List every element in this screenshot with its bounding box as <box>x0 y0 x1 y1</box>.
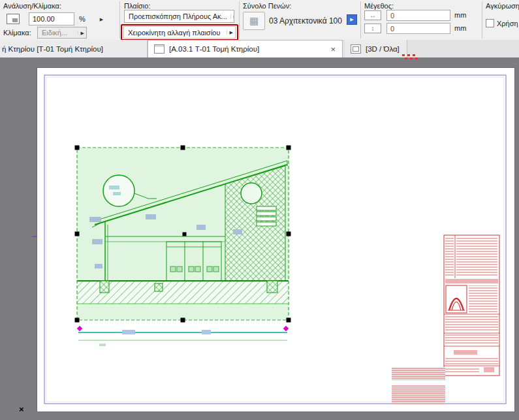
fit-scale-icon[interactable] <box>7 14 20 24</box>
chevron-right-icon: ▶ <box>230 14 234 19</box>
sheet-drawing-svg <box>37 68 514 412</box>
chevron-right-icon: ▶ <box>78 31 84 35</box>
margin-tick-icon <box>32 236 37 237</box>
manual-frame-dropdown[interactable]: Χειροκίνητη αλλαγή πλαισίου ▶ <box>123 26 236 39</box>
notes-text-block[interactable] <box>392 367 445 405</box>
width-input[interactable]: 0 <box>386 10 450 21</box>
tab-section-left[interactable]: ή Κτηρίου [Τ-01 Τομή Κτηρίου] <box>0 40 148 57</box>
cube-3d-icon <box>351 44 361 54</box>
size-label: Μέγεθος: <box>364 2 394 10</box>
height-icon: ↕ <box>364 24 381 33</box>
anchor-use-label: Χρήση <box>497 20 518 27</box>
chevron-right-icon: ▶ <box>227 30 233 35</box>
toolbar-separator <box>119 1 120 39</box>
width-unit-label: mm <box>454 11 466 19</box>
frame-preview-dropdown[interactable]: Προεπισκόπηση Πλήρους Ακ... ▶ <box>124 10 234 23</box>
fit-scale-icon-inner <box>12 18 18 22</box>
height-unit-label: mm <box>454 24 466 32</box>
pen-set-value: 03 Αρχιτεκτονικά 100 <box>269 16 342 25</box>
width-icon: ↔ <box>364 10 381 20</box>
pen-set-icon[interactable]: ▦ <box>243 12 265 30</box>
pen-set-flyout-button[interactable]: ▶ <box>347 14 357 25</box>
layout-canvas[interactable]: × <box>0 57 519 420</box>
tab-close-icon[interactable]: × <box>330 45 336 54</box>
section-marker-lines[interactable] <box>77 326 289 346</box>
layout-page-icon <box>154 44 165 54</box>
top-toolbar: Ανάλυση/Κλίμακα: 100.00 % ▶ Κλίμακα: Ειδ… <box>0 0 519 40</box>
height-input[interactable]: 0 <box>386 23 450 34</box>
scale-value-input[interactable]: 100.00 <box>29 12 74 25</box>
anchor-use-checkbox[interactable] <box>486 19 494 27</box>
frame-label: Πλαίσιο: <box>124 2 151 10</box>
selected-drawing[interactable] <box>75 146 291 323</box>
layout-sheet[interactable] <box>37 68 514 412</box>
toolbar-separator <box>239 1 240 39</box>
klimaka-label: Κλίμακα: <box>3 29 31 37</box>
tab-3d-all[interactable]: [3D / Όλα] <box>345 40 407 57</box>
percent-label: % <box>79 15 86 23</box>
toolbar-separator <box>360 1 361 39</box>
scale-flyout-button[interactable]: ▶ <box>97 13 106 25</box>
analysis-scale-label: Ανάλυση/Κλίμακα: <box>3 2 61 10</box>
tab-bar: ή Κτηρίου [Τ-01 Τομή Κτηρίου] [A.03.1 Τ-… <box>0 40 519 57</box>
tab-active-layout[interactable]: [A.03.1 Τ-01 Τομή Κτηρίου] × <box>148 40 343 57</box>
anchor-label: Αγκύρωση: <box>486 2 519 10</box>
title-block[interactable] <box>444 235 499 376</box>
klimaka-dropdown[interactable]: Ειδική... ▶ <box>37 27 87 39</box>
red-selection-dots <box>402 54 422 62</box>
pen-set-label: Σύνολο Πενών: <box>243 2 291 10</box>
toolbar-separator <box>482 1 482 39</box>
origin-x-mark[interactable]: × <box>19 404 24 414</box>
